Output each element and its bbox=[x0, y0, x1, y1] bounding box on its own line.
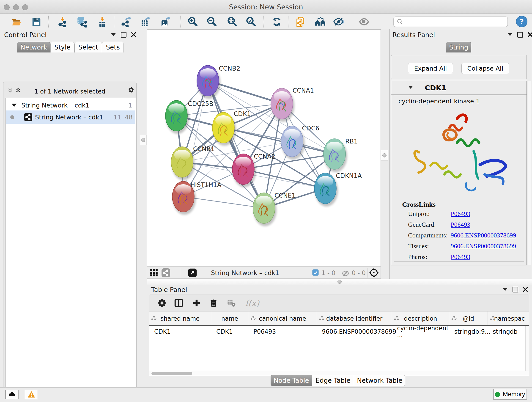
network-canvas[interactable]: CCNB2CCNA1CDC25BCDK1CDC6RB1CCNB1CCNA2CDK… bbox=[147, 29, 381, 266]
table-vertical-scrollbar[interactable] bbox=[525, 326, 529, 370]
hidden-eye-slash-icon[interactable] bbox=[341, 269, 350, 278]
panel-close-icon[interactable] bbox=[522, 287, 528, 293]
refresh-button[interactable] bbox=[271, 16, 283, 27]
table-cell[interactable]: cyclin-dependent ... bbox=[392, 326, 449, 337]
network-share-view-icon[interactable] bbox=[161, 268, 171, 277]
delete-table-icon[interactable] bbox=[225, 298, 237, 308]
panel-menu-caret-icon[interactable] bbox=[110, 32, 116, 38]
table-settings-gear-icon[interactable] bbox=[156, 298, 168, 308]
column-header-description[interactable]: description bbox=[392, 312, 449, 326]
horizontal-splitter-handle[interactable] bbox=[337, 280, 342, 284]
gear-icon[interactable] bbox=[128, 87, 134, 93]
column-header-namespac[interactable]: namespac bbox=[488, 312, 529, 326]
import-network-from-database-button[interactable] bbox=[76, 16, 88, 27]
show-hidden-button[interactable] bbox=[358, 16, 370, 27]
panel-menu-caret-icon[interactable] bbox=[507, 32, 513, 38]
crosslink-link[interactable]: 9606.ENSP00000378699 bbox=[451, 232, 516, 239]
hide-selected-button[interactable] bbox=[333, 16, 344, 27]
grid-view-icon[interactable] bbox=[149, 268, 159, 277]
tree-expand-icon[interactable] bbox=[12, 104, 17, 107]
import-network-button[interactable] bbox=[57, 16, 68, 27]
right-splitter[interactable] bbox=[381, 29, 389, 279]
save-session-button[interactable] bbox=[31, 16, 42, 27]
left-splitter-handle[interactable] bbox=[140, 135, 147, 145]
export-image-button[interactable] bbox=[160, 16, 171, 27]
control-panel: Control Panel Network Style Select Sets … bbox=[0, 29, 140, 387]
tab-node-table[interactable]: Node Table bbox=[271, 375, 312, 386]
detach-view-icon[interactable] bbox=[188, 268, 197, 277]
panel-float-icon[interactable] bbox=[517, 32, 523, 38]
table-cell[interactable]: 9606.ENSP00000378699 bbox=[317, 326, 392, 337]
clone-network-button[interactable] bbox=[295, 16, 306, 27]
panel-close-icon[interactable] bbox=[131, 32, 137, 38]
crosslink-link[interactable]: 9606.ENSP00000378699 bbox=[451, 242, 516, 250]
panel-menu-caret-icon[interactable] bbox=[502, 287, 508, 293]
table-cell[interactable]: CDK1 bbox=[211, 326, 248, 337]
left-splitter[interactable] bbox=[140, 29, 147, 387]
expand-all-button[interactable]: Expand All bbox=[408, 63, 453, 74]
node-CDC6[interactable] bbox=[281, 126, 305, 160]
open-session-button[interactable] bbox=[11, 16, 22, 27]
table-cell[interactable]: stringdb bbox=[488, 326, 529, 337]
edge-CCNB2-CCNE1[interactable] bbox=[208, 81, 264, 208]
zoom-selected-button[interactable] bbox=[245, 16, 257, 27]
tab-select[interactable]: Select bbox=[75, 42, 102, 52]
column-header-database-identifier[interactable]: database identifier bbox=[317, 312, 392, 326]
show-all-networks-button[interactable] bbox=[315, 16, 326, 27]
cloud-status-button[interactable] bbox=[5, 390, 19, 399]
search-input[interactable] bbox=[405, 18, 507, 26]
table-cell[interactable]: stringdb:9... bbox=[449, 326, 488, 337]
show-columns-icon[interactable] bbox=[173, 298, 185, 308]
node-CDKN1A[interactable] bbox=[314, 173, 338, 206]
scrollbar-thumb[interactable] bbox=[152, 372, 192, 375]
tab-sets[interactable]: Sets bbox=[102, 42, 124, 52]
network-collection-row[interactable]: String Network – cdk1 1 bbox=[6, 100, 135, 110]
tab-style[interactable]: Style bbox=[51, 42, 75, 52]
table-row[interactable]: CDK1CDK1P064939606.ENSP00000378699cyclin… bbox=[149, 326, 529, 337]
help-button[interactable]: ? bbox=[516, 16, 527, 27]
horizontal-splitter[interactable] bbox=[147, 279, 532, 285]
warning-status-button[interactable] bbox=[25, 390, 38, 399]
table-cell[interactable]: CDK1 bbox=[149, 326, 211, 337]
zoom-out-button[interactable] bbox=[206, 16, 217, 27]
node-CCNB1[interactable] bbox=[171, 147, 195, 180]
tab-network-table[interactable]: Network Table bbox=[354, 375, 405, 386]
node-RB1[interactable] bbox=[323, 139, 347, 172]
add-column-plus-icon[interactable] bbox=[191, 298, 203, 308]
tab-network[interactable]: Network bbox=[17, 42, 51, 52]
network-row-selected[interactable]: String Network – cdk1 11 48 bbox=[6, 110, 135, 124]
column-header--id[interactable]: @id bbox=[449, 312, 488, 326]
gene-section-header[interactable]: CDK1 bbox=[391, 81, 526, 95]
tab-string[interactable]: String bbox=[446, 42, 471, 52]
tab-edge-table[interactable]: Edge Table bbox=[312, 375, 354, 386]
collapse-all-button[interactable]: Collapse All bbox=[462, 63, 509, 74]
node-CCNA2[interactable] bbox=[232, 154, 256, 187]
panel-float-icon[interactable] bbox=[120, 32, 127, 38]
apply-function-fx-button[interactable]: f(x) bbox=[242, 298, 263, 308]
selected-checkbox-icon[interactable] bbox=[312, 269, 319, 276]
node-CCNB2[interactable] bbox=[197, 65, 220, 99]
export-table-button[interactable] bbox=[140, 16, 152, 27]
crosslink-link[interactable]: P06493 bbox=[451, 210, 470, 217]
section-collapse-caret-icon[interactable] bbox=[408, 86, 413, 89]
panel-float-icon[interactable] bbox=[512, 287, 518, 293]
table-cell[interactable]: P06493 bbox=[248, 326, 317, 337]
import-table-button[interactable] bbox=[96, 16, 108, 27]
crosslink-link[interactable]: P06493 bbox=[451, 221, 470, 228]
delete-column-trash-icon[interactable] bbox=[208, 298, 220, 308]
export-network-button[interactable] bbox=[120, 16, 132, 27]
birdseye-crosshair-icon[interactable] bbox=[369, 268, 379, 277]
column-header-name[interactable]: name bbox=[211, 312, 248, 326]
memory-button[interactable]: Memory bbox=[493, 389, 527, 400]
network-graph[interactable]: CCNB2CCNA1CDC25BCDK1CDC6RB1CCNB1CCNA2CDK… bbox=[147, 30, 380, 266]
panel-close-icon[interactable] bbox=[527, 32, 532, 38]
status-bar: Memory bbox=[0, 387, 532, 402]
column-header-canonical-name[interactable]: canonical name bbox=[248, 312, 317, 326]
node-CCNE1[interactable] bbox=[253, 193, 277, 226]
zoom-fit-button[interactable] bbox=[226, 16, 238, 27]
zoom-in-button[interactable] bbox=[187, 16, 198, 27]
results-scrollbar[interactable] bbox=[528, 81, 531, 265]
right-splitter-handle[interactable] bbox=[381, 150, 388, 161]
crosslink-link[interactable]: P06493 bbox=[451, 253, 470, 261]
column-header-shared-name[interactable]: shared name bbox=[149, 312, 211, 326]
